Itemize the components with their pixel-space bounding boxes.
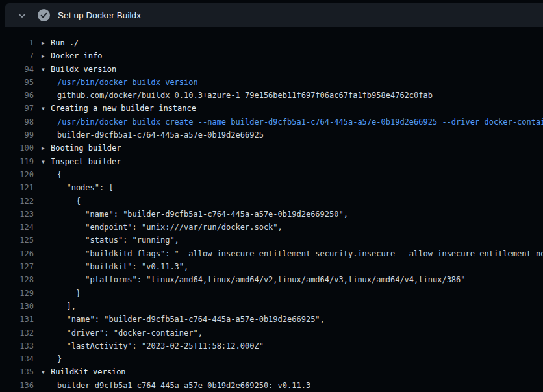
group-title[interactable]: Inspect builder [51, 157, 121, 166]
collapse-group-icon[interactable]: ▼ [42, 103, 51, 115]
line-number[interactable]: 124 [0, 221, 34, 234]
line-number[interactable]: 100 [0, 141, 34, 154]
output-text: ], [34, 300, 543, 313]
group-title[interactable]: Docker info [51, 51, 102, 60]
output-text: "buildkitd-flags": "--allow-insecure-ent… [34, 247, 543, 260]
line-number[interactable]: 134 [0, 352, 34, 365]
log-line[interactable]: 135▼BuildKit version [0, 365, 543, 378]
log-line: 129 } [0, 287, 543, 300]
output-text: "name": "builder-d9cfb5a1-c764-445a-a57e… [34, 208, 543, 221]
output-text: } [34, 287, 543, 300]
line-number[interactable]: 133 [0, 339, 34, 352]
line-number[interactable]: 99 [0, 129, 34, 141]
expand-group-icon[interactable]: ▶ [42, 37, 51, 49]
collapse-group-icon[interactable]: ▼ [42, 156, 51, 168]
log-line[interactable]: 1▶Run ./ [0, 36, 543, 49]
line-number[interactable]: 123 [0, 208, 34, 221]
log-line[interactable]: 97▼Creating a new builder instance [0, 102, 543, 115]
log-line: 98/usr/bin/docker buildx create --name b… [0, 116, 543, 129]
check-circle-icon [37, 9, 50, 22]
log-line: 122 { [0, 195, 543, 208]
line-number[interactable]: 122 [0, 195, 34, 208]
output-text: { [34, 168, 543, 181]
group-title[interactable]: BuildKit version [51, 367, 126, 376]
log-lines: 1▶Run ./7▶Docker info94▼Buildx version95… [0, 27, 543, 392]
log-line: 130 ], [0, 300, 543, 313]
log-line: 126 "buildkitd-flags": "--allow-insecure… [0, 247, 543, 260]
group-title[interactable]: Buildx version [51, 65, 116, 74]
log-line: 124 "endpoint": "unix:///var/run/docker.… [0, 221, 543, 234]
line-number[interactable]: 135 [0, 365, 34, 378]
log-line: 134} [0, 352, 543, 365]
output-text: "lastActivity": "2023-02-25T11:58:12.000… [34, 339, 543, 352]
command-text: /usr/bin/docker buildx version [34, 76, 543, 89]
output-text: "nodes": [ [34, 181, 543, 194]
line-number[interactable]: 94 [0, 63, 34, 76]
log-line: 96github.com/docker/buildx 0.10.3+azure-… [0, 89, 543, 102]
line-number[interactable]: 132 [0, 326, 34, 339]
log-line[interactable]: 7▶Docker info [0, 49, 543, 62]
expand-group-icon[interactable]: ▶ [42, 50, 51, 62]
line-number[interactable]: 119 [0, 155, 34, 168]
line-number[interactable]: 95 [0, 76, 34, 89]
log-line: 95/usr/bin/docker buildx version [0, 76, 543, 89]
log-line[interactable]: 100▶Booting builder [0, 141, 543, 154]
output-text: "driver": "docker-container", [34, 326, 543, 339]
line-number[interactable]: 128 [0, 273, 34, 286]
log-line[interactable]: 94▼Buildx version [0, 63, 543, 76]
line-number[interactable]: 120 [0, 168, 34, 181]
log-line: 99builder-d9cfb5a1-c764-445a-a57e-0b19d2… [0, 129, 543, 141]
group-title[interactable]: Booting builder [51, 143, 121, 153]
group-title[interactable]: Run ./ [51, 38, 79, 47]
step-header[interactable]: Set up Docker Buildx [5, 3, 543, 27]
expand-group-icon[interactable]: ▶ [42, 142, 51, 154]
line-number[interactable]: 98 [0, 116, 34, 129]
line-number[interactable]: 127 [0, 260, 34, 273]
line-number[interactable]: 129 [0, 287, 34, 300]
line-number[interactable]: 96 [0, 89, 34, 102]
chevron-down-icon[interactable] [15, 8, 29, 23]
output-text: builder-d9cfb5a1-c764-445a-a57e-0b19d2e6… [34, 129, 543, 141]
log-line: 132 "driver": "docker-container", [0, 326, 543, 339]
log-line: 128 "platforms": "linux/amd64,linux/amd6… [0, 273, 543, 286]
line-number[interactable]: 121 [0, 181, 34, 194]
output-text: "name": "builder-d9cfb5a1-c764-445a-a57e… [34, 313, 543, 326]
log-line: 133 "lastActivity": "2023-02-25T11:58:12… [0, 339, 543, 352]
log-line: 123 "name": "builder-d9cfb5a1-c764-445a-… [0, 208, 543, 221]
log-line: 120{ [0, 168, 543, 181]
log-line: 125 "status": "running", [0, 234, 543, 247]
collapse-group-icon[interactable]: ▼ [42, 366, 51, 378]
line-number[interactable]: 126 [0, 247, 34, 260]
output-text: builder-d9cfb5a1-c764-445a-a57e-0b19d2e6… [34, 379, 543, 392]
line-number[interactable]: 125 [0, 234, 34, 247]
step-title: Set up Docker Buildx [58, 10, 141, 20]
log-line: 131 "name": "builder-d9cfb5a1-c764-445a-… [0, 313, 543, 326]
line-number[interactable]: 7 [0, 49, 34, 62]
output-text: { [34, 195, 543, 208]
log-line: 136builder-d9cfb5a1-c764-445a-a57e-0b19d… [0, 379, 543, 392]
line-number[interactable]: 1 [0, 36, 34, 49]
collapse-group-icon[interactable]: ▼ [42, 64, 51, 76]
line-number[interactable]: 136 [0, 379, 34, 392]
group-title[interactable]: Creating a new builder instance [51, 104, 196, 113]
output-text: "buildkit": "v0.11.3", [34, 260, 543, 273]
log-line[interactable]: 119▼Inspect builder [0, 155, 543, 168]
line-number[interactable]: 131 [0, 313, 34, 326]
output-text: github.com/docker/buildx 0.10.3+azure-1 … [34, 89, 543, 102]
output-text: "status": "running", [34, 234, 543, 247]
log-line: 121 "nodes": [ [0, 181, 543, 194]
output-text: "endpoint": "unix:///var/run/docker.sock… [34, 221, 543, 234]
log-line: 127 "buildkit": "v0.11.3", [0, 260, 543, 273]
output-text: } [34, 352, 543, 365]
line-number[interactable]: 130 [0, 300, 34, 313]
command-text: /usr/bin/docker buildx create --name bui… [34, 116, 543, 129]
log-viewer-page: Set up Docker Buildx 1▶Run ./7▶Docker in… [0, 3, 543, 392]
output-text: "platforms": "linux/amd64,linux/amd64/v2… [34, 273, 543, 286]
line-number[interactable]: 97 [0, 102, 34, 115]
